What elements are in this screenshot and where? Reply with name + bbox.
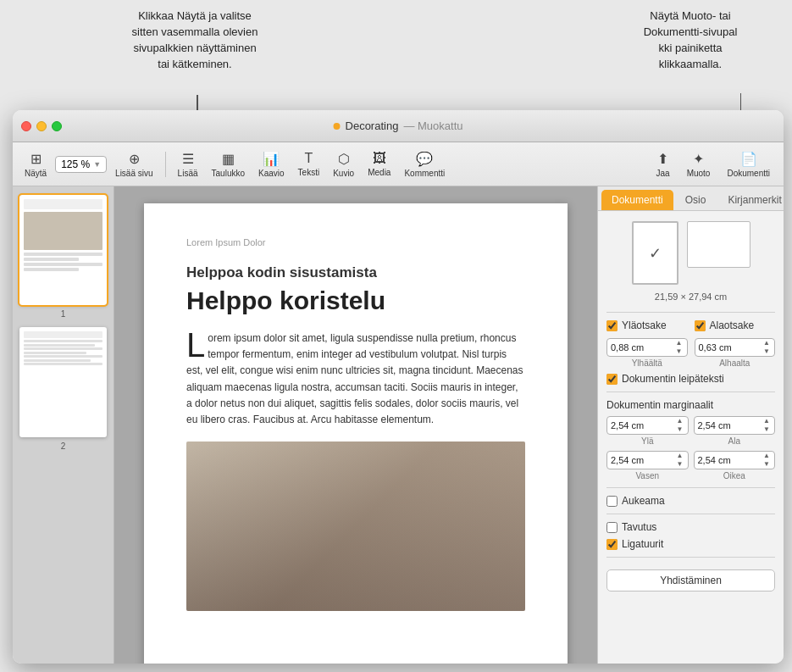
margin-bottom-label: Ala (728, 436, 740, 446)
window-modified: — Muokattu (403, 119, 462, 132)
margin-top-spinner[interactable]: 2,54 cm ▲ ▼ (606, 416, 689, 435)
doc-lorem-top: Lorem Ipsum Dolor (186, 237, 525, 247)
nayta-icon: ⊞ (30, 151, 42, 167)
margin-left-spinner[interactable]: 2,54 cm ▲ ▼ (606, 451, 689, 469)
alaotsake-down-arrow[interactable]: ▼ (762, 347, 771, 356)
margin-left-label: Vasen (635, 471, 659, 480)
doc-body-check-row: Dokumentin leipäteksti (606, 373, 775, 385)
doc-body: L orem ipsum dolor sit amet, ligula susp… (186, 330, 525, 428)
main-area: 1 2 (13, 186, 784, 664)
margin-left-down[interactable]: ▼ (676, 460, 684, 469)
portrait-orientation[interactable] (632, 221, 678, 285)
thumb2-header (24, 331, 102, 338)
right-panel: Dokumentti Osio Kirjanmerkit 21,59 × 27,… (597, 186, 784, 664)
tab-dokumentti[interactable]: Dokumentti (601, 190, 673, 210)
ylaotsakke-up-arrow[interactable]: ▲ (675, 339, 684, 347)
page-thumb-1-inner (19, 195, 107, 305)
lisaa-button[interactable]: ☰ Lisää (173, 147, 203, 181)
margin-right-down[interactable]: ▼ (762, 460, 771, 469)
dokumentti-toolbar-button[interactable]: 📄 Dokumentti (720, 147, 777, 181)
doc-page: Lorem Ipsum Dolor Helppoa kodin sisustam… (144, 203, 568, 664)
margin-top-up[interactable]: ▲ (676, 417, 684, 425)
ylaotsakke-checkbox[interactable] (606, 320, 618, 331)
margin-right-spinner[interactable]: 2,54 cm ▲ ▼ (694, 451, 776, 469)
margin-bottom-arrows[interactable]: ▲ ▼ (762, 417, 771, 434)
ylaotsakke-label: Yläotsake (622, 319, 667, 331)
aukeama-checkbox[interactable] (606, 496, 618, 507)
thumb1-line-3 (24, 263, 102, 266)
taulukko-button[interactable]: ▦ Taulukko (207, 147, 250, 181)
alaotsake-up-arrow[interactable]: ▲ (762, 339, 771, 347)
window-title: Decorating (346, 119, 399, 132)
canvas-area[interactable]: Lorem Ipsum Dolor Helppoa kodin sisustam… (114, 186, 597, 664)
margin-right-label: Oikea (723, 471, 745, 480)
alaotsake-spinner[interactable]: 0,63 cm ▲ ▼ (695, 338, 776, 357)
alaotsake-arrows[interactable]: ▲ ▼ (762, 339, 771, 356)
muoto-button[interactable]: ✦ Muoto (680, 147, 717, 181)
minimize-button[interactable] (36, 121, 47, 131)
close-button[interactable] (21, 121, 31, 131)
ylaotsakke-down-arrow[interactable]: ▼ (675, 347, 684, 356)
media-button[interactable]: 🖼 Media (363, 147, 396, 180)
zoom-control[interactable]: 125 % ▼ (55, 156, 107, 173)
page-num-2: 2 (61, 442, 66, 451)
muoto-label: Muoto (687, 169, 711, 178)
ligatuurit-checkbox[interactable] (606, 539, 618, 550)
landscape-orientation[interactable] (687, 221, 750, 268)
kuvio-button[interactable]: ⬡ Kuvio (328, 147, 359, 181)
tab-kirjanmerkit[interactable]: Kirjanmerkit (717, 190, 784, 210)
margin-bottom-down[interactable]: ▼ (762, 425, 771, 434)
panel-content: 21,59 × 27,94 cm Yläotsake 0,88 cm ▲ (598, 211, 784, 664)
kommentti-icon: 💬 (416, 151, 433, 167)
kaavio-button[interactable]: 📊 Kaavio (253, 147, 290, 181)
margin-left-arrows[interactable]: ▲ ▼ (676, 452, 684, 469)
tavutus-checkbox[interactable] (606, 522, 618, 533)
margin-bottom-up[interactable]: ▲ (762, 417, 771, 425)
page-thumb-1[interactable] (19, 195, 107, 305)
doc-body-check-label: Dokumentin leipäteksti (622, 373, 724, 385)
alaotsake-value: 0,63 cm (699, 342, 763, 353)
alaotsake-checkbox[interactable] (695, 320, 706, 331)
lisaa-sivu-button[interactable]: ⊕ Lisää sivu (110, 147, 158, 181)
margin-bottom-spinner[interactable]: 2,54 cm ▲ ▼ (694, 416, 776, 435)
page-thumb-2[interactable] (19, 327, 107, 437)
ligatuurit-label: Ligatuurit (622, 538, 663, 550)
alaotsake-label: Alaotsake (710, 319, 755, 331)
divider-1 (606, 312, 775, 313)
nayta-button[interactable]: ⊞ Näytä (19, 147, 52, 181)
margin-right-arrows[interactable]: ▲ ▼ (762, 452, 771, 469)
jaa-label: Jaa (656, 169, 670, 178)
teksti-button[interactable]: T Teksti (293, 147, 325, 180)
margin-top-down[interactable]: ▼ (676, 425, 684, 434)
ylaotsakke-arrows[interactable]: ▲ ▼ (675, 339, 684, 356)
kommentti-button[interactable]: 💬 Kommentti (399, 147, 450, 181)
ylaotsakke-spinner[interactable]: 0,88 cm ▲ ▼ (606, 338, 688, 357)
tab-osio[interactable]: Osio (675, 190, 717, 210)
divider-2 (606, 392, 775, 392)
thumb1-line-2 (24, 258, 79, 261)
alaotsake-from-label: Alhaalta (695, 358, 776, 368)
margin-right-group: 2,54 cm ▲ ▼ Oikea (694, 451, 776, 480)
thumb1-img (24, 212, 102, 250)
margin-right-up[interactable]: ▲ (762, 452, 771, 460)
thumb2-line-6 (24, 359, 91, 362)
doc-body-checkbox[interactable] (606, 374, 618, 385)
margin-left-up[interactable]: ▲ (676, 452, 684, 460)
teksti-icon: T (304, 151, 313, 166)
thumb2-line-3 (24, 347, 102, 350)
header-footer-row: Yläotsake 0,88 cm ▲ ▼ Ylhäältä (606, 319, 775, 368)
lisaa-sivu-icon: ⊕ (129, 151, 140, 167)
panel-tabs: Dokumentti Osio Kirjanmerkit (598, 186, 784, 211)
title-dot-icon (334, 123, 341, 130)
tavutus-label: Tavutus (622, 521, 656, 533)
margin-top-arrows[interactable]: ▲ ▼ (676, 417, 684, 434)
maximize-button[interactable] (52, 121, 62, 131)
combine-button[interactable]: Yhdistäminen (606, 569, 775, 591)
lisaa-label: Lisää (178, 169, 198, 178)
kommentti-label: Kommentti (404, 169, 445, 178)
alaotsake-check-row: Alaotsake (695, 319, 776, 331)
jaa-button[interactable]: ⬆ Jaa (650, 147, 677, 181)
toolbar-right: ⬆ Jaa ✦ Muoto 📄 Dokumentti (650, 147, 778, 181)
page-size-label: 21,59 × 27,94 cm (606, 292, 775, 302)
header-col: Yläotsake 0,88 cm ▲ ▼ Ylhäältä (606, 319, 688, 368)
